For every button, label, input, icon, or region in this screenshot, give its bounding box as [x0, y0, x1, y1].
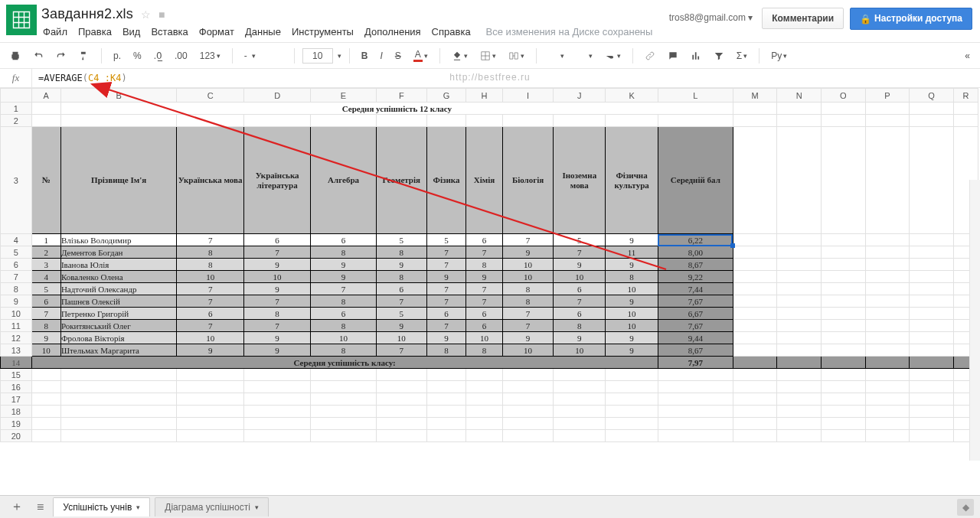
cell[interactable]: [910, 308, 954, 320]
cell[interactable]: [822, 418, 866, 430]
row-3[interactable]: 3: [1, 127, 32, 234]
cell[interactable]: [777, 127, 822, 234]
cell[interactable]: [376, 393, 426, 406]
cell[interactable]: [243, 115, 310, 127]
col-G[interactable]: G: [426, 89, 466, 103]
cell[interactable]: [910, 393, 954, 406]
cell[interactable]: [910, 381, 954, 393]
cell[interactable]: [910, 103, 954, 115]
col-D[interactable]: D: [243, 89, 310, 103]
col-B[interactable]: B: [60, 89, 176, 103]
row-8[interactable]: 8: [1, 283, 32, 295]
cell[interactable]: [865, 246, 910, 259]
cell[interactable]: [865, 234, 910, 246]
col-O[interactable]: O: [822, 89, 866, 103]
cell[interactable]: [311, 369, 376, 381]
font-family-select[interactable]: -▾: [240, 47, 286, 64]
col-A[interactable]: A: [31, 89, 60, 103]
cell[interactable]: [822, 246, 866, 259]
collapse-toolbar-button[interactable]: «: [961, 47, 974, 64]
cell[interactable]: [910, 418, 954, 430]
grid-area[interactable]: A B C D E F G H I J K L M N O P Q R 1Сер…: [0, 88, 980, 484]
number-format-menu[interactable]: 123 ▾: [196, 47, 224, 64]
filter-button[interactable]: [710, 47, 728, 64]
col-R[interactable]: R: [953, 89, 978, 103]
cell[interactable]: [733, 344, 777, 357]
cell[interactable]: [865, 369, 910, 381]
menu-addons[interactable]: Дополнения: [364, 26, 421, 37]
cell[interactable]: [777, 115, 822, 127]
cell[interactable]: [60, 393, 176, 406]
row-18[interactable]: 18: [1, 406, 32, 418]
cell[interactable]: [426, 418, 466, 430]
increase-decimal-button[interactable]: .00: [171, 47, 191, 64]
row-19[interactable]: 19: [1, 418, 32, 430]
col-L[interactable]: L: [658, 89, 733, 103]
avg-cell[interactable]: 9,22: [658, 271, 733, 283]
cell[interactable]: [733, 369, 777, 381]
col-I[interactable]: I: [503, 89, 554, 103]
cell[interactable]: [777, 344, 822, 357]
cell[interactable]: [376, 418, 426, 430]
cell[interactable]: [777, 406, 822, 418]
vertical-scrollbar[interactable]: [969, 180, 980, 461]
cell[interactable]: [606, 430, 658, 442]
cell[interactable]: [822, 406, 866, 418]
folder-icon[interactable]: ■: [158, 8, 165, 21]
row-17[interactable]: 17: [1, 393, 32, 406]
cell[interactable]: [177, 393, 243, 406]
cell[interactable]: [777, 283, 822, 295]
cell[interactable]: [777, 418, 822, 430]
cell[interactable]: [503, 406, 554, 418]
cell[interactable]: [426, 393, 466, 406]
paint-format-icon[interactable]: [75, 47, 93, 64]
cell[interactable]: [822, 369, 866, 381]
cell[interactable]: [426, 406, 466, 418]
cell[interactable]: [31, 103, 60, 115]
cell[interactable]: [243, 369, 310, 381]
script-button[interactable]: Py ▾: [767, 47, 791, 64]
cell[interactable]: [733, 234, 777, 246]
cell[interactable]: [822, 393, 866, 406]
avg-cell[interactable]: 6,67: [658, 308, 733, 320]
menu-help[interactable]: Справка: [432, 26, 471, 37]
cell[interactable]: [733, 103, 777, 115]
cell[interactable]: [177, 381, 243, 393]
sheets-logo[interactable]: [6, 5, 37, 35]
cell[interactable]: [910, 369, 954, 381]
row-15[interactable]: 15: [1, 369, 32, 381]
col-Q[interactable]: Q: [910, 89, 954, 103]
cell[interactable]: [60, 115, 176, 127]
cell[interactable]: [822, 332, 866, 344]
col-J[interactable]: J: [554, 89, 606, 103]
cell[interactable]: [910, 246, 954, 259]
cell[interactable]: [777, 246, 822, 259]
cell[interactable]: [606, 381, 658, 393]
cell[interactable]: [910, 320, 954, 332]
cell[interactable]: [777, 103, 822, 115]
cell[interactable]: [606, 418, 658, 430]
cell[interactable]: [31, 393, 60, 406]
menu-format[interactable]: Формат: [199, 26, 234, 37]
cell[interactable]: [466, 393, 503, 406]
col-C[interactable]: C: [177, 89, 243, 103]
comments-button[interactable]: Комментарии: [762, 8, 844, 29]
account-email[interactable]: tros88@gmail.com ▾: [669, 8, 753, 23]
cell[interactable]: [60, 430, 176, 442]
cell[interactable]: [31, 369, 60, 381]
cell[interactable]: [822, 308, 866, 320]
cell[interactable]: [554, 418, 606, 430]
cell[interactable]: [503, 369, 554, 381]
bold-button[interactable]: B: [358, 47, 372, 64]
row-16[interactable]: 16: [1, 381, 32, 393]
avg-cell[interactable]: 7,67: [658, 295, 733, 308]
cell[interactable]: [865, 320, 910, 332]
cell[interactable]: [822, 344, 866, 357]
cell[interactable]: [910, 259, 954, 271]
font-size-input[interactable]: 10: [302, 48, 333, 64]
cell[interactable]: [376, 115, 426, 127]
sheet-tab-inactive[interactable]: Діаграма успішності▾: [155, 497, 269, 516]
cell[interactable]: [733, 308, 777, 320]
cell[interactable]: [466, 406, 503, 418]
cell[interactable]: [243, 381, 310, 393]
